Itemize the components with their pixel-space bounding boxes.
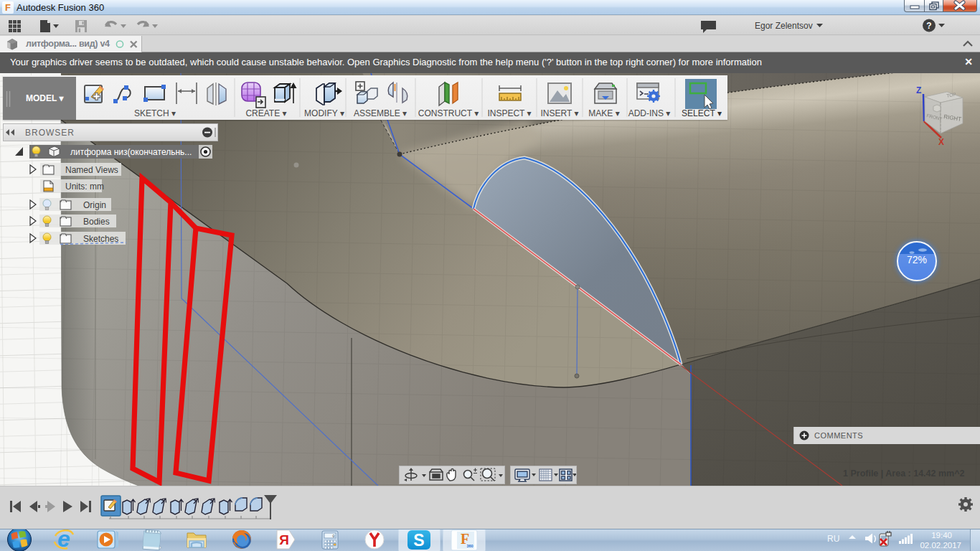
svg-text:MODIFY ▾: MODIFY ▾ [304,108,344,118]
svg-text:0: 0 [332,534,335,539]
svg-text:CREATE ▾: CREATE ▾ [245,108,286,118]
svg-text:ADD-INS ▾: ADD-INS ▾ [628,108,671,118]
svg-text:19:40: 19:40 [931,531,952,540]
svg-text:INSPECT ▾: INSPECT ▾ [487,108,531,118]
svg-text:MAKE ▾: MAKE ▾ [588,108,619,118]
svg-text:X: X [938,137,944,147]
svg-text:RU: RU [827,534,839,544]
svg-text:360: 360 [466,544,473,548]
svg-text:INSERT ▾: INSERT ▾ [541,108,579,118]
svg-text:02.02.2017: 02.02.2017 [920,541,961,550]
svg-text:Я: Я [279,532,289,547]
svg-text:SKETCH ▾: SKETCH ▾ [134,108,176,118]
svg-text:Units: mm: Units: mm [65,182,104,192]
svg-text:Z: Z [916,85,921,95]
svg-text:SELECT ▾: SELECT ▾ [682,108,722,118]
svg-text:ASSEMBLE ▾: ASSEMBLE ▾ [354,108,407,118]
svg-text:Bodies: Bodies [83,217,110,227]
svg-text:CONSTRUCT ▾: CONSTRUCT ▾ [418,108,479,118]
svg-text:литформа низ(окончательнь...: литформа низ(окончательнь... [70,147,192,157]
svg-text:Origin: Origin [83,200,106,210]
svg-text:S: S [413,531,424,550]
svg-text:Named Views: Named Views [65,165,118,175]
svg-text:?: ? [926,21,931,31]
